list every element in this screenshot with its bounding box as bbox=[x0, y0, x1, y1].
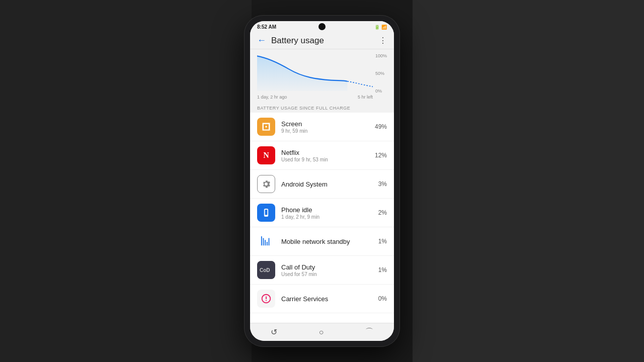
app-list: Screen 9 hr, 59 min 49% N Netflix Used f… bbox=[250, 113, 394, 323]
phone-idle-percent: 2% bbox=[378, 209, 387, 216]
phone-idle-icon bbox=[257, 204, 275, 222]
screen-app-name: Screen bbox=[281, 120, 369, 128]
chart-label-0: 0% bbox=[375, 88, 387, 94]
status-time: 8:52 AM bbox=[257, 24, 276, 30]
status-icons: 🔋 📶 bbox=[374, 25, 387, 30]
chart-label-50: 50% bbox=[375, 71, 387, 76]
list-item[interactable]: CoD Call of Duty Used for 57 min 1% bbox=[250, 256, 394, 285]
back-nav-button[interactable]: ⌒ bbox=[365, 327, 373, 337]
list-item[interactable]: Phone idle 1 day, 2 hr, 9 min 2% bbox=[250, 199, 394, 227]
home-button[interactable]: ○ bbox=[319, 328, 324, 337]
top-bar: ← Battery usage ⋮ bbox=[250, 31, 394, 49]
phone-wrapper: 8:52 AM 🔋 📶 ← Battery usage ⋮ bbox=[244, 15, 400, 347]
bg-left bbox=[0, 0, 252, 362]
chart-time-right: 5 hr left bbox=[358, 95, 373, 100]
screen-app-detail: 9 hr, 59 min bbox=[281, 128, 369, 134]
android-system-name: Android System bbox=[281, 180, 372, 188]
chart-y-labels: 100% 50% 0% bbox=[375, 53, 387, 94]
carrier-services-percent: 0% bbox=[378, 295, 387, 302]
list-item[interactable]: Carrier Services 0% bbox=[250, 285, 394, 313]
screen-app-percent: 49% bbox=[375, 123, 387, 130]
cod-app-info: Call of Duty Used for 57 min bbox=[281, 263, 372, 277]
netflix-app-detail: Used for 9 hr, 53 min bbox=[281, 157, 369, 162]
chart-label-100: 100% bbox=[375, 53, 387, 58]
list-item[interactable]: Screen 9 hr, 59 min 49% bbox=[250, 113, 394, 141]
netflix-app-info: Netflix Used for 9 hr, 53 min bbox=[281, 149, 369, 162]
android-system-percent: 3% bbox=[378, 180, 387, 188]
phone-idle-name: Phone idle bbox=[281, 206, 372, 214]
svg-point-0 bbox=[265, 126, 267, 127]
cod-app-icon: CoD bbox=[257, 261, 275, 279]
network-standby-info: Mobile network standby bbox=[281, 238, 372, 245]
section-header: BATTERY USAGE SINCE FULL CHARGE bbox=[250, 102, 394, 113]
carrier-services-name: Carrier Services bbox=[281, 295, 372, 303]
chart-time-left: 1 day, 2 hr ago bbox=[257, 95, 287, 100]
svg-rect-2 bbox=[265, 210, 268, 215]
chart-container: 100% 50% 0% bbox=[257, 53, 387, 94]
recent-apps-button[interactable]: ↺ bbox=[271, 327, 277, 337]
network-standby-name: Mobile network standby bbox=[281, 238, 372, 245]
battery-chart-area: 100% 50% 0% 1 day, 2 hr ago 5 hr left bbox=[250, 49, 394, 102]
bg-right bbox=[413, 0, 644, 362]
list-item[interactable]: Android System 3% bbox=[250, 170, 394, 199]
phone-body: 8:52 AM 🔋 📶 ← Battery usage ⋮ bbox=[244, 15, 400, 347]
carrier-services-icon bbox=[257, 290, 275, 308]
network-standby-icon bbox=[257, 232, 275, 250]
back-button[interactable]: ← bbox=[257, 35, 266, 46]
chart-time-labels: 1 day, 2 hr ago 5 hr left bbox=[257, 95, 387, 100]
page-title: Battery usage bbox=[271, 36, 374, 46]
phone-screen: 8:52 AM 🔋 📶 ← Battery usage ⋮ bbox=[250, 21, 394, 341]
bottom-nav: ↺ ○ ⌒ bbox=[250, 323, 394, 341]
camera-notch bbox=[318, 23, 326, 30]
list-item[interactable]: Mobile network standby 1% bbox=[250, 227, 394, 256]
signal-icon: 📶 bbox=[381, 25, 387, 30]
cod-app-name: Call of Duty bbox=[281, 263, 372, 271]
phone-idle-detail: 1 day, 2 hr, 9 min bbox=[281, 214, 372, 220]
android-system-info: Android System bbox=[281, 180, 372, 188]
network-standby-percent: 1% bbox=[378, 238, 387, 245]
netflix-app-icon: N bbox=[257, 146, 275, 164]
list-item[interactable]: N Netflix Used for 9 hr, 53 min 12% bbox=[250, 141, 394, 170]
screen-app-icon bbox=[257, 118, 275, 136]
cod-app-detail: Used for 57 min bbox=[281, 272, 372, 277]
netflix-app-name: Netflix bbox=[281, 149, 369, 156]
screen-app-info: Screen 9 hr, 59 min bbox=[281, 120, 369, 134]
battery-icon: 🔋 bbox=[374, 25, 380, 30]
svg-point-3 bbox=[266, 215, 267, 216]
android-system-icon bbox=[257, 175, 275, 193]
svg-text:CoD: CoD bbox=[260, 267, 270, 273]
more-options-button[interactable]: ⋮ bbox=[379, 36, 387, 45]
phone-idle-info: Phone idle 1 day, 2 hr, 9 min bbox=[281, 206, 372, 220]
carrier-services-info: Carrier Services bbox=[281, 295, 372, 303]
battery-chart-svg bbox=[257, 53, 373, 91]
cod-app-percent: 1% bbox=[378, 266, 387, 274]
netflix-app-percent: 12% bbox=[375, 152, 387, 159]
